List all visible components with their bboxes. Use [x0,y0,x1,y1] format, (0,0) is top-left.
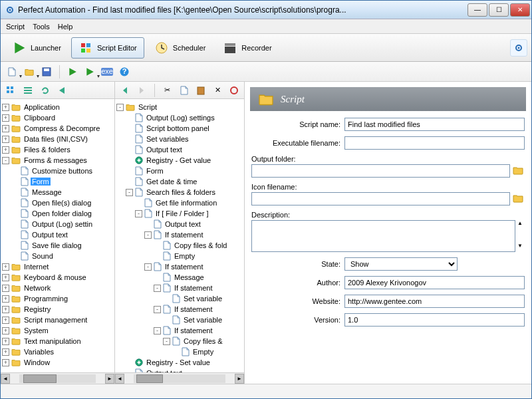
expand-icon[interactable]: + [2,125,9,132]
expand-icon[interactable]: - [126,189,133,196]
tree-item[interactable]: -If statement [116,229,243,240]
paste-icon[interactable] [194,83,207,98]
tree-item[interactable]: +Files & folders [2,144,113,155]
tree-item[interactable]: -Script [116,102,243,112]
tree-item[interactable]: Registry - Set value [116,357,243,368]
tree-item[interactable]: +Internet [2,261,113,272]
tree-item[interactable]: +Registry [2,304,113,315]
menu-tools[interactable]: Tools [33,23,50,31]
tree-item[interactable]: Set variable [116,293,243,304]
tree-item[interactable]: +Network [2,283,113,293]
tree-item[interactable]: Form [116,166,243,176]
tree-item[interactable]: Empty [116,251,243,261]
input-exe-filename[interactable] [344,136,525,150]
tree-item[interactable]: -If statement [116,325,243,336]
script-hscroll[interactable]: ◄► [115,372,244,384]
tree-item[interactable]: +Application [2,102,113,112]
tree-item[interactable]: Output (Log) settin [2,219,113,229]
description-scroll[interactable]: ▲ ▼ [515,220,525,252]
close-button[interactable]: ✕ [510,3,530,17]
browse-output-folder[interactable] [513,166,525,176]
copy-icon[interactable] [177,83,191,98]
expand-icon[interactable]: + [2,295,9,303]
menu-script[interactable]: Script [6,23,25,31]
expand-icon[interactable]: - [154,285,161,292]
tree-item[interactable]: Set variables [116,134,243,144]
tree-item[interactable]: Output text [116,144,243,155]
expand-icon[interactable]: + [2,317,9,324]
expand-icon[interactable]: - [154,327,161,334]
tree-item[interactable]: +Keyboard & mouse [2,272,113,283]
help-button[interactable]: ? [117,65,132,79]
settings-button[interactable] [510,39,527,57]
tree-item[interactable]: -Copy files & [116,336,243,346]
nav-back-icon[interactable] [118,83,132,98]
tree-item[interactable]: +Compress & Decompre [2,123,113,134]
commands-hscroll[interactable]: ◄► [1,372,114,384]
tree-item[interactable]: +Programming [2,293,113,304]
expand-icon[interactable]: + [2,146,9,154]
tree-item[interactable]: Open folder dialog [2,208,113,219]
tree-item[interactable]: Copy files & fold [116,240,243,251]
tree-item[interactable]: -If statement [116,261,243,272]
disable-icon[interactable] [227,83,241,98]
tree-item[interactable]: Output (Log) settings [116,112,243,123]
save-button[interactable] [39,65,54,79]
expand-icon[interactable]: + [2,104,9,111]
tree-item[interactable]: Registry - Get value [116,155,243,166]
tree-item[interactable]: +Text manipulation [2,336,113,346]
script-tree[interactable]: -ScriptOutput (Log) settingsScript botto… [115,99,244,372]
expand-icon[interactable]: + [2,359,9,366]
expand-icon[interactable]: - [144,263,152,271]
tree-item[interactable]: Empty [116,346,243,357]
tree-item[interactable]: +Script management [2,315,113,325]
tree-item[interactable]: Sound [2,251,113,261]
tree-item[interactable]: Message [116,272,243,283]
expand-icon[interactable]: + [2,114,9,122]
menu-help[interactable]: Help [58,23,73,31]
expand-icon[interactable]: + [2,348,9,356]
tree-item[interactable]: -If statement [116,283,243,293]
input-output-folder[interactable] [251,164,510,178]
expand-icon[interactable]: + [2,306,9,313]
run-debug-button[interactable] [82,65,97,79]
run-button[interactable] [65,65,80,79]
mode-scheduler[interactable]: Scheduler [147,37,213,59]
expand-icon[interactable]: - [144,231,152,239]
tree-item[interactable]: Open file(s) dialog [2,198,113,208]
tree-item[interactable]: -If statement [116,304,243,315]
expand-icon[interactable]: - [116,104,124,111]
new-button[interactable] [5,65,19,79]
expand-icon[interactable]: + [2,285,9,292]
expand-icon[interactable]: - [154,306,161,313]
input-author[interactable] [344,276,525,289]
delete-icon[interactable]: ✕ [210,83,224,98]
select-state[interactable]: Show [344,257,458,271]
tree-item[interactable]: Output text [116,368,243,372]
tree-item[interactable]: -Search files & folders [116,187,243,198]
exe-button[interactable]: exe [100,65,114,79]
expand-icon[interactable]: + [2,263,9,271]
tree-item[interactable]: +System [2,325,113,336]
expand-icon[interactable]: + [2,338,9,345]
tree-item[interactable]: +Clipboard [2,112,113,123]
minimize-button[interactable]: — [467,3,487,17]
tree-item[interactable]: -If [ File / Folder ] [116,208,243,219]
input-description[interactable] [251,220,515,252]
mode-script-editor[interactable]: Script Editor [71,37,144,59]
input-script-name[interactable] [344,118,525,131]
expand-icon[interactable]: - [163,338,170,345]
insert-icon[interactable] [55,83,70,98]
grid-icon[interactable] [3,83,18,98]
input-icon-filename[interactable] [251,192,510,205]
tree-item[interactable]: Set variable [116,315,243,325]
tree-item[interactable]: Get date & time [116,176,243,187]
mode-recorder[interactable]: Recorder [215,37,279,59]
browse-icon-filename[interactable] [513,194,525,204]
tree-item[interactable]: +Data files (INI,CSV) [2,134,113,144]
commands-tree[interactable]: +Application+Clipboard+Compress & Decomp… [1,99,114,372]
mode-launcher[interactable]: Launcher [5,37,68,59]
expand-icon[interactable]: + [2,274,9,281]
tree-item[interactable]: Output text [2,229,113,240]
tree-item[interactable]: Get file information [116,198,243,208]
